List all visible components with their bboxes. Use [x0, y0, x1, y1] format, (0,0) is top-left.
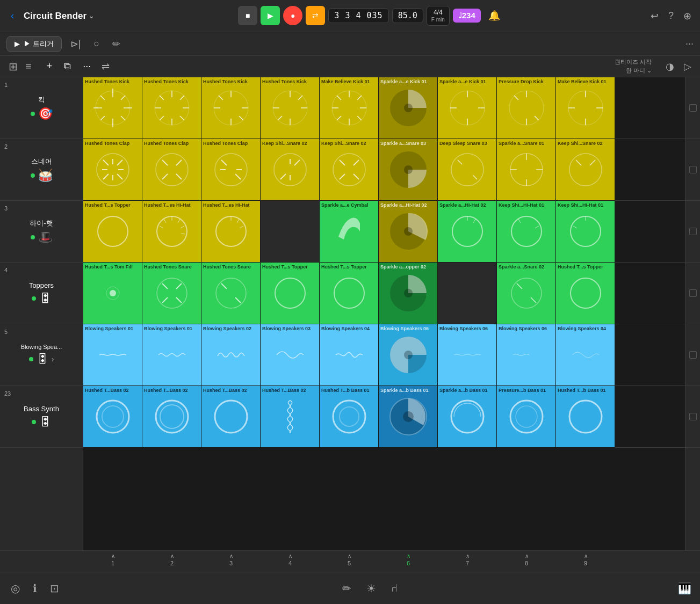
check-2[interactable]	[685, 139, 700, 201]
check-3[interactable]	[685, 201, 700, 263]
clip-6-8[interactable]: Pressure...b Bass 01	[497, 386, 556, 448]
play-button[interactable]: ▶	[261, 6, 280, 25]
clip-1-2[interactable]: Hushed Tones Kick	[142, 77, 201, 139]
clip-1-7[interactable]: Sparkle a...e Kick 01	[438, 77, 497, 139]
checkbox-2[interactable]	[689, 166, 697, 173]
clip-1-6[interactable]: Sparkle a...e Kick 01	[379, 77, 438, 139]
grid-view-button[interactable]: ⊞	[6, 58, 20, 75]
clip-5-9[interactable]: Blowing Speakers 04	[556, 324, 615, 386]
brightness-icon[interactable]: ☀	[364, 580, 378, 597]
clip-1-5[interactable]: Make Believe Kick 01	[320, 77, 379, 139]
pencil-icon[interactable]: ✏	[340, 580, 353, 597]
clip-4-9[interactable]: Hushed T...s Topper	[556, 263, 615, 324]
clip-2-9[interactable]: Keep Shi...Snare 02	[556, 139, 615, 201]
help-icon[interactable]: ?	[666, 8, 676, 24]
scene-icon[interactable]: ◑	[663, 59, 676, 75]
clip-6-5[interactable]: Hushed T...b Bass 01	[320, 386, 379, 448]
clip-2-3[interactable]: Hushed Tones Clap	[201, 139, 261, 201]
panels-icon[interactable]: ⊡	[48, 580, 61, 597]
check-1[interactable]	[685, 77, 700, 139]
trigger-icon1[interactable]: ⊳|	[66, 36, 85, 52]
clip-5-7[interactable]: Blowing Speakers 06	[438, 324, 497, 386]
clip-6-6[interactable]: Sparkle a...b Bass 01	[379, 386, 438, 448]
clip-2-8[interactable]: Sparkle a...Snare 01	[497, 139, 556, 201]
clip-3-1[interactable]: Hushed T...s Topper	[83, 201, 142, 263]
record-button[interactable]: ●	[283, 6, 302, 25]
key-display[interactable]: ♩234	[453, 9, 481, 23]
clip-5-3[interactable]: Blowing Speakers 02	[201, 324, 261, 386]
clip-3-2[interactable]: Hushed T...es Hi-Hat	[142, 201, 201, 263]
more-options-button[interactable]: ···	[80, 60, 94, 73]
clip-6-1[interactable]: Hushed T...Bass 02	[83, 386, 142, 448]
info-icon[interactable]: ℹ	[31, 580, 39, 597]
col-num-4[interactable]: ∧4	[261, 553, 320, 566]
position-display[interactable]: 3 3 4 035	[328, 8, 388, 23]
metronome-button[interactable]: 🔔	[484, 8, 504, 24]
track-item-23[interactable]: 23 Bass Synth 🎛	[0, 386, 83, 448]
loop-button[interactable]: ⇄	[306, 6, 325, 25]
back-button[interactable]: ‹	[6, 8, 18, 24]
duplicate-track-button[interactable]: ⧉	[61, 60, 74, 73]
trigger-ellipsis[interactable]: ···	[685, 38, 694, 49]
clip-3-6[interactable]: Sparkle a...Hi-Hat 02	[379, 201, 438, 263]
clip-3-3[interactable]: Hushed T...es Hi-Hat	[201, 201, 261, 263]
clip-5-1[interactable]: Blowing Speakers 01	[83, 324, 142, 386]
settings-icon[interactable]: ⊕	[681, 8, 694, 24]
clip-3-7[interactable]: Sparkle a...Hi-Hat 02	[438, 201, 497, 263]
clip-4-5[interactable]: Hushed T...s Topper	[320, 263, 379, 324]
clip-2-5[interactable]: Keep Shi...Snare 02	[320, 139, 379, 201]
clip-4-8[interactable]: Sparkle a...Snare 02	[497, 263, 556, 324]
check-6[interactable]	[685, 386, 700, 448]
clip-6-7[interactable]: Sparkle a...b Bass 01	[438, 386, 497, 448]
checkbox-1[interactable]	[689, 104, 697, 112]
col-num-6[interactable]: ∧6	[379, 553, 438, 566]
track-item-3[interactable]: 3 하이-햇 🎩	[0, 201, 83, 263]
track-expand-5[interactable]: ›	[52, 355, 54, 363]
library-icon[interactable]: ◎	[9, 580, 22, 597]
col-num-1[interactable]: ∧1	[83, 553, 142, 566]
arrow-right-icon[interactable]: ▷	[682, 59, 694, 75]
mixer-button[interactable]: ⇌	[99, 59, 112, 75]
clip-6-3[interactable]: Hushed T...Bass 02	[201, 386, 261, 448]
clip-4-1[interactable]: Hushed T...s Tom Fill	[83, 263, 142, 324]
col-num-8[interactable]: ∧8	[497, 553, 556, 566]
faders-icon[interactable]: ⑁	[389, 580, 400, 597]
clip-2-6[interactable]: Sparkle a...Snare 03	[379, 139, 438, 201]
list-view-button[interactable]: ≡	[23, 58, 34, 75]
clip-6-2[interactable]: Hushed T...Bass 02	[142, 386, 201, 448]
clip-1-1[interactable]: Hushed Tones Kick	[83, 77, 142, 139]
clip-4-7[interactable]	[438, 263, 497, 324]
checkbox-4[interactable]	[689, 289, 697, 297]
clip-6-9[interactable]: Hushed T...b Bass 01	[556, 386, 615, 448]
col-num-9[interactable]: ∧9	[556, 553, 615, 566]
checkbox-5[interactable]	[689, 351, 697, 359]
col-num-5[interactable]: ∧5	[320, 553, 379, 566]
clip-3-5[interactable]: Sparkle a...e Cymbal	[320, 201, 379, 263]
track-item-1[interactable]: 1 킥 🎯	[0, 77, 83, 139]
check-4[interactable]	[685, 263, 700, 324]
clip-1-4[interactable]: Hushed Tones Kick	[261, 77, 320, 139]
trigger-button[interactable]: ▶ ▶ 트리거	[6, 36, 62, 52]
clip-3-8[interactable]: Keep Shi...Hi-Hat 01	[497, 201, 556, 263]
clip-2-1[interactable]: Hushed Tones Clap	[83, 139, 142, 201]
clip-1-8[interactable]: Pressure Drop Kick	[497, 77, 556, 139]
checkbox-3[interactable]	[689, 228, 697, 235]
clip-5-8[interactable]: Blowing Speakers 06	[497, 324, 556, 386]
clip-4-2[interactable]: Hushed Tones Snare	[142, 263, 201, 324]
clip-1-9[interactable]: Make Believe Kick 01	[556, 77, 615, 139]
tempo-display[interactable]: 85.0	[392, 8, 423, 23]
track-item-4[interactable]: 4 Toppers 🎛	[0, 263, 83, 324]
clip-2-4[interactable]: Keep Shi...Snare 02	[261, 139, 320, 201]
clip-2-2[interactable]: Hushed Tones Clap	[142, 139, 201, 201]
app-title-chevron[interactable]: ⌄	[89, 12, 94, 20]
piano-icon[interactable]: 🎹	[678, 582, 691, 595]
clip-5-6[interactable]: Blowing Speakers 06	[379, 324, 438, 386]
clip-4-6[interactable]: Sparkle a...opper 02	[379, 263, 438, 324]
clip-3-4[interactable]	[261, 201, 320, 263]
col-num-3[interactable]: ∧3	[201, 553, 261, 566]
col-num-2[interactable]: ∧2	[142, 553, 201, 566]
clip-4-4[interactable]: Hushed T...s Topper	[261, 263, 320, 324]
clip-2-7[interactable]: Deep Sleep Snare 03	[438, 139, 497, 201]
clip-1-3[interactable]: Hushed Tones Kick	[201, 77, 261, 139]
trigger-icon3[interactable]: ✏	[108, 36, 125, 52]
